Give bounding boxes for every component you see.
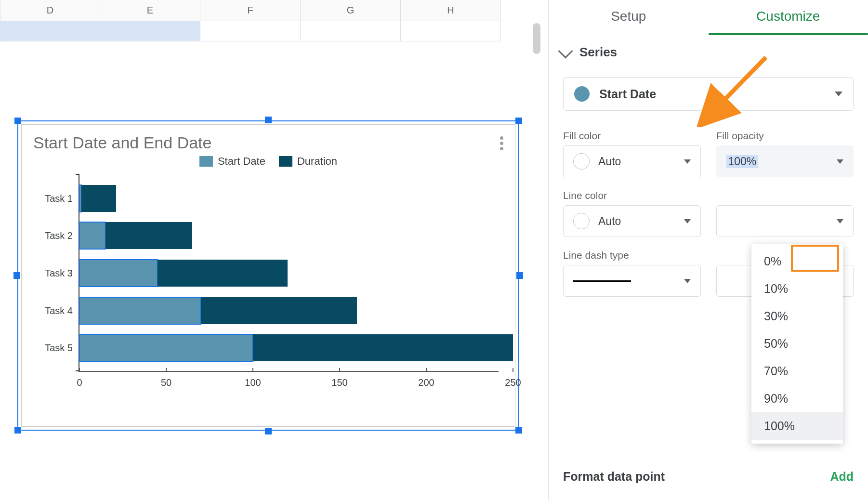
section-title: Series (579, 45, 617, 60)
opacity-option[interactable]: 70% (751, 357, 843, 385)
editor-tabs: Setup Customize (549, 0, 868, 33)
bar-start-date[interactable] (79, 222, 105, 249)
chevron-down-icon (558, 43, 573, 58)
x-tick-icon (513, 368, 513, 372)
series-name: Start Date (599, 87, 656, 101)
format-data-point-label: Format data point (563, 470, 665, 484)
active-tab-underline (709, 33, 868, 35)
caret-down-icon (835, 92, 842, 96)
tab-setup[interactable]: Setup (549, 0, 709, 33)
label-fill-color: Fill color (563, 130, 701, 142)
x-tick-icon (166, 368, 167, 372)
dropdown-value: 100% (726, 155, 759, 168)
dropdown-fill-opacity[interactable]: 100% (716, 145, 854, 177)
chart-menu-icon[interactable] (500, 136, 503, 150)
column-headers: D E F G H (0, 0, 542, 21)
x-tick-label: 50 (161, 377, 171, 388)
bar-duration[interactable] (105, 222, 192, 249)
x-tick-label: 0 (77, 377, 82, 388)
color-swatch-icon (573, 153, 590, 170)
legend-item-start-date[interactable]: Start Date (199, 155, 265, 168)
x-tick-icon (252, 368, 253, 372)
dropdown-fill-color[interactable]: Auto (563, 145, 701, 177)
cell-g1[interactable] (301, 21, 401, 41)
opacity-option[interactable]: 50% (751, 330, 843, 357)
bar-row (79, 297, 499, 324)
dropdown-line-dash-type[interactable] (563, 265, 701, 297)
plot-area: 050100150200250 (79, 174, 499, 372)
vertical-scrollbar[interactable] (533, 23, 540, 54)
label-line-color: Line color (563, 190, 701, 201)
opacity-option[interactable]: 30% (751, 303, 843, 330)
bar-start-date[interactable] (79, 334, 253, 361)
resize-handle[interactable] (14, 427, 21, 434)
tab-customize[interactable]: Customize (709, 0, 868, 33)
opacity-option[interactable]: 90% (751, 385, 843, 412)
col-header[interactable]: F (200, 0, 301, 21)
series-selector[interactable]: Start Date (563, 77, 854, 111)
col-header[interactable]: H (401, 0, 501, 21)
dropdown-value: Auto (598, 215, 621, 228)
bar-row (79, 334, 499, 361)
col-header[interactable]: D (0, 0, 100, 21)
x-tick-label: 250 (505, 377, 521, 388)
chart-canvas: Start Date and End Date Start Date Durat… (21, 124, 515, 427)
col-header[interactable]: G (301, 0, 401, 21)
chart-plot-area: Task 1Task 2Task 3Task 4Task 5 050100150… (33, 174, 503, 391)
format-data-point-row: Format data point Add (563, 470, 854, 484)
y-tick-label: Task 1 (45, 193, 73, 204)
caret-down-icon (837, 219, 843, 224)
opacity-option[interactable]: 10% (751, 275, 843, 303)
resize-handle[interactable] (265, 428, 272, 434)
resize-handle[interactable] (14, 118, 21, 124)
y-tick-label: Task 3 (45, 268, 73, 279)
section-series-toggle[interactable]: Series (549, 38, 868, 66)
legend-swatch-icon (199, 156, 213, 167)
legend-label: Start Date (218, 155, 265, 168)
bar-row (79, 260, 499, 287)
resize-handle[interactable] (515, 118, 522, 124)
resize-handle[interactable] (516, 272, 523, 279)
x-tick-label: 200 (418, 377, 434, 388)
x-tick-label: 150 (331, 377, 347, 388)
dropdown-line-color[interactable]: Auto (563, 205, 701, 237)
caret-down-icon (837, 159, 843, 164)
caret-down-icon (684, 219, 691, 224)
solid-line-icon (573, 280, 631, 282)
x-tick-icon (79, 368, 80, 372)
cell-f1[interactable] (200, 21, 301, 41)
chart-object[interactable]: Start Date and End Date Start Date Durat… (15, 118, 521, 433)
resize-handle[interactable] (13, 272, 20, 279)
color-swatch-icon (573, 213, 590, 229)
bar-duration[interactable] (158, 260, 288, 287)
row-1 (0, 21, 542, 41)
col-header[interactable]: E (100, 0, 200, 21)
bar-start-date[interactable] (79, 260, 158, 287)
cell-h1[interactable] (401, 21, 501, 41)
cell-e1[interactable] (100, 21, 200, 41)
add-button[interactable]: Add (830, 470, 854, 484)
legend-label: Duration (297, 155, 337, 168)
label-fill-opacity: Fill opacity (716, 130, 854, 142)
bar-duration[interactable] (253, 334, 513, 361)
dropdown-line-opacity[interactable] (716, 205, 854, 237)
bar-row (79, 185, 499, 212)
bar-duration[interactable] (81, 185, 116, 212)
bar-duration[interactable] (201, 297, 357, 324)
opacity-option[interactable]: 0% (751, 248, 843, 275)
axis-origin-tick-icon (76, 174, 79, 175)
bar-start-date[interactable] (79, 297, 201, 324)
chart-legend: Start Date Duration (33, 155, 503, 168)
bar-row (79, 222, 499, 249)
label-line-opacity (716, 190, 854, 201)
resize-handle[interactable] (515, 427, 522, 434)
label-line-dash: Line dash type (563, 250, 701, 261)
chart-title[interactable]: Start Date and End Date (33, 133, 503, 152)
series-color-swatch-icon (574, 86, 590, 102)
opacity-option[interactable]: 100% (751, 412, 843, 440)
legend-item-duration[interactable]: Duration (279, 155, 337, 168)
cell-d1[interactable] (0, 21, 100, 41)
x-tick-icon (426, 368, 427, 372)
legend-swatch-icon (279, 156, 292, 167)
resize-handle[interactable] (265, 117, 272, 123)
